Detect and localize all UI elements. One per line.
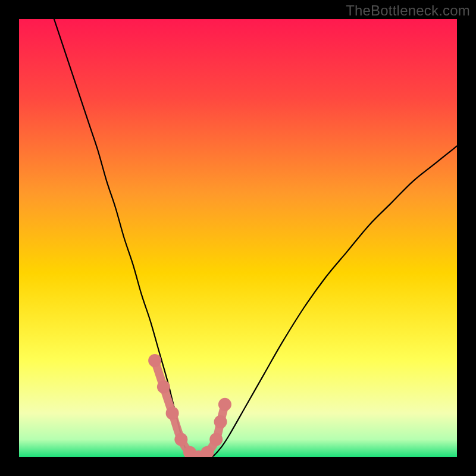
- valley-dot: [157, 380, 170, 393]
- valley-dot: [218, 398, 231, 411]
- watermark-text: TheBottleneck.com: [346, 2, 470, 19]
- valley-dot: [148, 354, 161, 367]
- plot-area: [19, 19, 457, 457]
- valley-dot: [174, 433, 187, 446]
- valley-dot: [209, 433, 223, 446]
- valley-dot: [214, 415, 227, 428]
- chart-svg: [19, 19, 457, 457]
- valley-dot: [166, 406, 179, 419]
- gradient-background: [19, 19, 457, 457]
- chart-frame: TheBottleneck.com: [0, 0, 476, 476]
